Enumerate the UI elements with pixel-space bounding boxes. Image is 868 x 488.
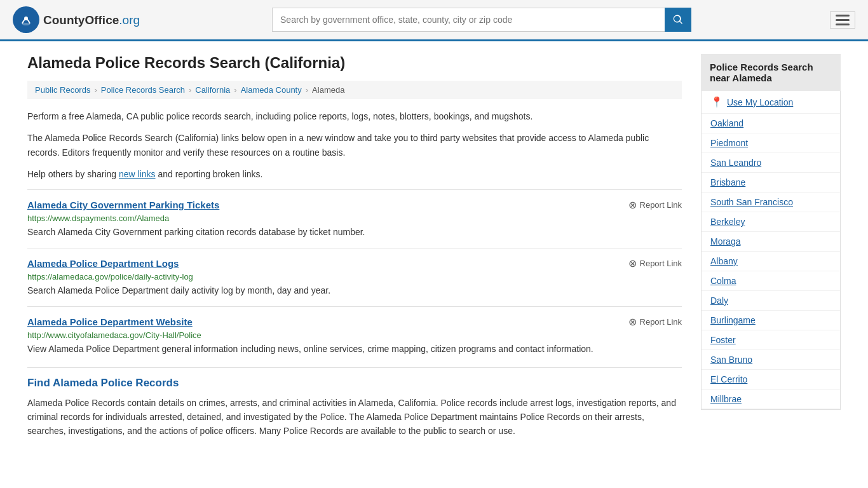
report-icon-0: ⊗	[628, 199, 637, 211]
search-button[interactable]	[665, 8, 691, 32]
report-link-label-2: Report Link	[640, 317, 682, 327]
link-title-0[interactable]: Alameda City Government Parking Tickets	[27, 200, 219, 210]
search-input[interactable]	[272, 8, 665, 32]
left-column: Alameda Police Records Search (Californi…	[27, 54, 682, 446]
svg-point-2	[22, 23, 30, 25]
sidebar-link-oakland[interactable]: Oakland	[710, 118, 743, 128]
report-link-button-0[interactable]: ⊗ Report Link	[628, 199, 682, 211]
breadcrumb: Public Records › Police Records Search ›…	[27, 81, 682, 99]
find-section-text: Alameda Police Records contain details o…	[27, 396, 682, 438]
logo-icon	[13, 6, 39, 33]
sidebar-link-south-san-francisco[interactable]: South San Francisco	[710, 197, 793, 207]
logo-area[interactable]: CountyOffice.org	[13, 6, 140, 33]
sidebar-item-san-leandro[interactable]: San Leandro	[702, 153, 840, 173]
link-entry-1: Alameda Police Department Logs ⊗ Report …	[27, 248, 682, 306]
location-dot-icon: 📍	[710, 96, 723, 108]
sidebar-link-brisbane[interactable]: Brisbane	[710, 177, 745, 187]
sidebar-link-foster[interactable]: Foster	[710, 335, 736, 345]
sidebar-link-piedmont[interactable]: Piedmont	[710, 138, 748, 148]
breadcrumb-separator: ›	[234, 85, 236, 95]
description-para1: Perform a free Alameda, CA public police…	[27, 109, 682, 123]
breadcrumb-item-alameda: Alameda	[312, 85, 344, 95]
sidebar-link-berkeley[interactable]: Berkeley	[710, 217, 745, 227]
site-header: CountyOffice.org	[0, 0, 868, 41]
sidebar-link-colma[interactable]: Colma	[710, 276, 736, 286]
sidebar-item-millbrae[interactable]: Millbrae	[702, 390, 840, 409]
sidebar-link-san-leandro[interactable]: San Leandro	[710, 158, 761, 168]
link-url-1[interactable]: https://alamedaca.gov/police/daily-activ…	[27, 272, 682, 281]
sidebar-link-millbrae[interactable]: Millbrae	[710, 394, 742, 404]
sidebar-item-foster[interactable]: Foster	[702, 330, 840, 350]
link-entry-header-0: Alameda City Government Parking Tickets …	[27, 199, 682, 211]
main-content: Alameda Police Records Search (Californi…	[15, 41, 853, 459]
breadcrumb-item-alameda-county[interactable]: Alameda County	[241, 85, 302, 95]
breadcrumb-separator: ›	[94, 85, 97, 95]
new-links-link[interactable]: new links	[119, 169, 156, 179]
link-url-2[interactable]: http://www.cityofalamedaca.gov/City-Hall…	[27, 330, 682, 340]
sidebar-link-moraga[interactable]: Moraga	[710, 236, 740, 247]
link-entry-header-2: Alameda Police Department Website ⊗ Repo…	[27, 316, 682, 328]
use-location-item[interactable]: 📍 Use My Location	[702, 91, 840, 114]
sidebar-item-colma[interactable]: Colma	[702, 271, 840, 291]
breadcrumb-item-police-records-search[interactable]: Police Records Search	[101, 85, 185, 95]
link-entry-0: Alameda City Government Parking Tickets …	[27, 189, 682, 248]
sidebar-item-brisbane[interactable]: Brisbane	[702, 173, 840, 193]
description-para3: Help others by sharing new links and rep…	[27, 167, 682, 181]
link-entry-header-1: Alameda Police Department Logs ⊗ Report …	[27, 257, 682, 269]
logo-text: CountyOffice.org	[43, 13, 140, 27]
sidebar-link-el-cerrito[interactable]: El Cerrito	[710, 374, 747, 384]
report-link-button-2[interactable]: ⊗ Report Link	[628, 316, 682, 328]
report-link-label-0: Report Link	[640, 200, 682, 210]
link-desc-1: Search Alameda Police Department daily a…	[27, 284, 682, 297]
report-link-button-1[interactable]: ⊗ Report Link	[628, 257, 682, 269]
sidebar-item-berkeley[interactable]: Berkeley	[702, 212, 840, 232]
sidebar-link-san-bruno[interactable]: San Bruno	[710, 355, 752, 365]
sidebar-link-albany[interactable]: Albany	[710, 256, 738, 266]
sidebar-list: 📍 Use My Location Oakland Piedmont San L…	[701, 91, 841, 410]
sidebar-item-san-bruno[interactable]: San Bruno	[702, 350, 840, 370]
report-icon-2: ⊗	[628, 316, 637, 328]
sidebar-item-south-san-francisco[interactable]: South San Francisco	[702, 193, 840, 212]
sidebar-link-burlingame[interactable]: Burlingame	[710, 315, 756, 325]
sidebar-item-burlingame[interactable]: Burlingame	[702, 311, 840, 330]
find-section: Find Alameda Police Records Alameda Poli…	[27, 367, 682, 438]
sidebar-heading: Police Records Search near Alameda	[701, 54, 841, 91]
sidebar-link-daly[interactable]: Daly	[710, 295, 728, 306]
menu-line	[836, 24, 850, 25]
page-title: Alameda Police Records Search (Californi…	[27, 54, 682, 72]
menu-line	[836, 15, 850, 17]
right-column: Police Records Search near Alameda 📍 Use…	[701, 54, 841, 446]
link-title-2[interactable]: Alameda Police Department Website	[27, 316, 193, 327]
search-area	[272, 8, 691, 32]
breadcrumb-item-california[interactable]: California	[195, 85, 230, 95]
description-para2: The Alameda Police Records Search (Calif…	[27, 131, 682, 159]
link-desc-0: Search Alameda City Government parking c…	[27, 226, 682, 239]
link-entry-2: Alameda Police Department Website ⊗ Repo…	[27, 306, 682, 365]
link-title-1[interactable]: Alameda Police Department Logs	[27, 258, 179, 269]
menu-button[interactable]	[830, 11, 855, 29]
sidebar-item-oakland[interactable]: Oakland	[702, 114, 840, 133]
sidebar-item-piedmont[interactable]: Piedmont	[702, 133, 840, 153]
report-icon-1: ⊗	[628, 257, 637, 269]
link-url-0[interactable]: https://www.dspayments.com/Alameda	[27, 214, 682, 223]
sidebar-item-el-cerrito[interactable]: El Cerrito	[702, 370, 840, 390]
link-desc-2: View Alameda Police Department general i…	[27, 342, 682, 356]
use-location-link[interactable]: Use My Location	[727, 97, 793, 107]
find-section-heading: Find Alameda Police Records	[27, 367, 682, 390]
menu-line	[836, 19, 850, 21]
report-link-label-1: Report Link	[640, 259, 682, 268]
breadcrumb-separator: ›	[189, 85, 191, 95]
breadcrumb-separator: ›	[306, 85, 308, 95]
breadcrumb-item-public-records[interactable]: Public Records	[35, 85, 90, 95]
sidebar-item-daly[interactable]: Daly	[702, 291, 840, 311]
sidebar-item-moraga[interactable]: Moraga	[702, 232, 840, 252]
sidebar-item-albany[interactable]: Albany	[702, 252, 840, 271]
svg-point-1	[24, 17, 28, 20]
